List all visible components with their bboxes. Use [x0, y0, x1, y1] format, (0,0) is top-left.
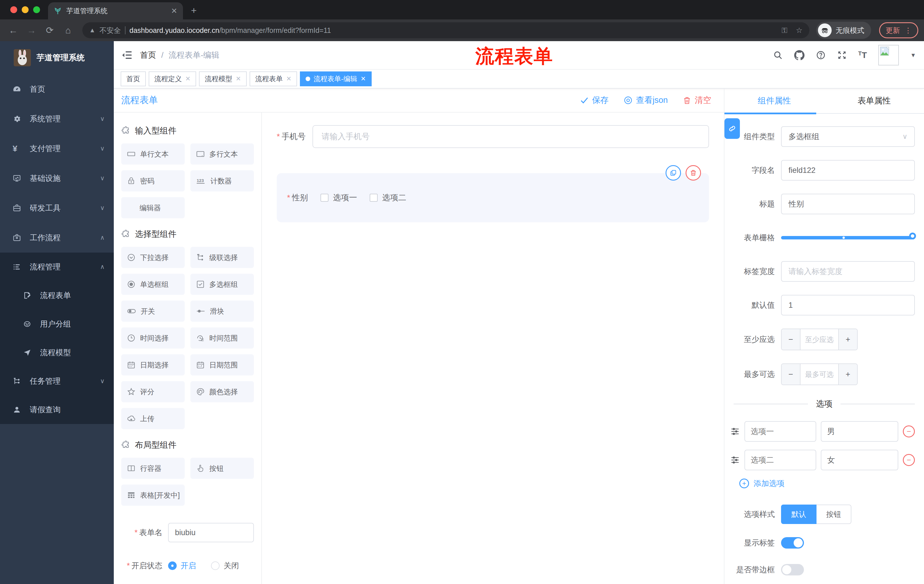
palette-item-switch[interactable]: 开关	[121, 301, 185, 322]
form-name-input[interactable]	[168, 523, 254, 542]
min-select-stepper[interactable]: − 至少应选 +	[781, 329, 858, 350]
option1-label-input[interactable]	[744, 421, 816, 442]
breadcrumb-home[interactable]: 首页	[140, 50, 156, 61]
help-icon[interactable]	[816, 50, 826, 60]
title-input[interactable]	[781, 194, 915, 214]
palette-item-table[interactable]: 表格[开发中]	[121, 485, 185, 506]
browser-update-button[interactable]: 更新 ⋮	[879, 22, 918, 38]
tag-close-icon[interactable]: ✕	[236, 75, 241, 82]
palette-item-date-picker[interactable]: 日期选择	[121, 354, 185, 375]
gender-checkbox-option1[interactable]: 选项一	[320, 192, 357, 203]
form-canvas[interactable]: *手机号 请输入手机号 *性别 选项一 选项二	[262, 113, 724, 584]
option2-label-input[interactable]	[744, 450, 816, 470]
palette-item-time-picker[interactable]: 时间选择	[121, 327, 185, 349]
maximize-window-button[interactable]	[33, 6, 40, 13]
close-window-button[interactable]	[10, 6, 17, 13]
tag-process-form[interactable]: 流程表单✕	[249, 71, 297, 86]
form-grid-slider[interactable]	[781, 227, 915, 248]
canvas-phone-field[interactable]: *手机号 请输入手机号	[277, 125, 709, 148]
status-radio-off[interactable]: 关闭	[211, 561, 239, 571]
tab-component-props[interactable]: 组件属性	[724, 89, 824, 113]
palette-item-single-text[interactable]: 单行文本	[121, 143, 185, 165]
address-bar[interactable]: ▲ 不安全 dashboard.yudao.iocoder.cn/bpm/man…	[82, 22, 809, 38]
not-secure-label[interactable]: 不安全	[99, 26, 121, 35]
palette-item-password[interactable]: 密码	[121, 170, 185, 191]
tag-process-model[interactable]: 流程模型✕	[199, 71, 246, 86]
sidebar-item-workflow[interactable]: 工作流程 ∧	[0, 223, 114, 253]
remove-option-button[interactable]: −	[903, 425, 915, 438]
delete-component-button[interactable]	[686, 165, 701, 181]
canvas-gender-field-selected[interactable]: *性别 选项一 选项二	[277, 173, 709, 222]
reload-icon[interactable]: ⟳	[42, 25, 57, 36]
max-select-stepper[interactable]: − 最多可选 +	[781, 364, 858, 385]
increase-button[interactable]: +	[839, 364, 857, 385]
palette-item-color-picker[interactable]: 颜色选择	[190, 381, 254, 402]
palette-item-rate[interactable]: 评分	[121, 381, 185, 402]
sidebar-item-task-mgmt[interactable]: 任务管理 ∨	[0, 367, 114, 395]
checkbox-box[interactable]	[320, 194, 328, 202]
palette-item-cascader[interactable]: 级联选择	[190, 247, 254, 268]
sidebar-item-infra[interactable]: 基础设施 ∨	[0, 163, 114, 193]
palette-item-button[interactable]: 按钮	[190, 458, 254, 479]
palette-item-time-range[interactable]: 时间范围	[190, 327, 254, 349]
palette-item-radio-group[interactable]: 单选框组	[121, 274, 185, 295]
back-icon[interactable]: ←	[6, 25, 21, 36]
tag-process-form-edit[interactable]: 流程表单-编辑✕	[300, 71, 371, 86]
drag-handle-icon[interactable]	[730, 426, 740, 436]
gender-checkbox-option2[interactable]: 选项二	[370, 192, 406, 203]
browser-menu-icon[interactable]: ⋮	[904, 26, 912, 35]
palette-item-slider[interactable]: 滑块	[190, 301, 254, 322]
border-toggle[interactable]	[781, 564, 804, 576]
tag-close-icon[interactable]: ✕	[286, 75, 291, 82]
github-icon[interactable]	[794, 50, 805, 60]
show-label-toggle[interactable]	[781, 537, 804, 549]
palette-item-row-container[interactable]: 行容器	[121, 458, 185, 479]
linked-component-tag[interactable]	[724, 118, 740, 139]
default-value-input[interactable]	[781, 295, 915, 316]
url-text[interactable]: dashboard.yudao.iocoder.cn/bpm/manager/f…	[130, 26, 773, 35]
tab-close-icon[interactable]: ✕	[171, 7, 177, 15]
sidebar-item-system[interactable]: 系统管理 ∨	[0, 104, 114, 134]
fullscreen-icon[interactable]	[837, 50, 847, 60]
palette-item-multi-text[interactable]: 多行文本	[190, 143, 254, 165]
clear-button[interactable]: 清空	[683, 95, 711, 106]
tab-form-props[interactable]: 表单属性	[824, 89, 924, 113]
palette-item-upload[interactable]: 上传	[121, 408, 185, 429]
bookmark-star-icon[interactable]: ☆	[796, 26, 802, 35]
option1-value-input[interactable]	[821, 421, 898, 442]
component-type-select[interactable]: 多选框组 ∨	[781, 126, 915, 147]
collapse-sidebar-icon[interactable]	[122, 51, 132, 60]
search-icon[interactable]	[773, 50, 783, 60]
option2-value-input[interactable]	[821, 450, 898, 470]
view-json-button[interactable]: 查看json	[624, 95, 668, 106]
forward-icon[interactable]: →	[24, 25, 39, 36]
font-size-icon[interactable]: TT	[858, 50, 867, 60]
slider-track[interactable]	[781, 236, 915, 239]
tag-home[interactable]: 首页	[120, 71, 146, 86]
label-width-input[interactable]	[781, 261, 915, 282]
sidebar-item-user-group[interactable]: 用户分组	[0, 310, 114, 338]
decrease-button[interactable]: −	[782, 329, 800, 350]
palette-item-counter[interactable]: 123计数器	[190, 170, 254, 191]
minimize-window-button[interactable]	[22, 6, 29, 13]
phone-input[interactable]: 请输入手机号	[312, 125, 709, 148]
checkbox-box[interactable]	[370, 194, 378, 202]
browser-tab[interactable]: 芋道管理系统 ✕	[48, 2, 183, 20]
style-button-button[interactable]: 按钮	[817, 505, 851, 524]
caret-down-icon[interactable]: ▼	[910, 52, 916, 59]
tag-process-definition[interactable]: 流程定义✕	[148, 71, 196, 86]
decrease-button[interactable]: −	[782, 364, 800, 385]
new-tab-button[interactable]: +	[191, 5, 197, 16]
window-controls[interactable]	[10, 6, 40, 13]
tag-close-icon[interactable]: ✕	[361, 75, 366, 82]
sidebar-item-devtools[interactable]: 研发工具 ∨	[0, 193, 114, 223]
sidebar-item-process-mgmt[interactable]: 流程管理 ∧	[0, 253, 114, 281]
sidebar-item-process-form[interactable]: 流程表单	[0, 281, 114, 310]
palette-item-editor[interactable]: 编辑器	[121, 197, 185, 218]
remove-option-button[interactable]: −	[903, 454, 915, 466]
home-icon[interactable]: ⌂	[61, 25, 76, 36]
duplicate-component-button[interactable]	[665, 165, 681, 181]
slider-handle[interactable]	[909, 233, 916, 239]
sidebar-item-leave-query[interactable]: 请假查询	[0, 395, 114, 424]
palette-item-select[interactable]: 下拉选择	[121, 247, 185, 268]
